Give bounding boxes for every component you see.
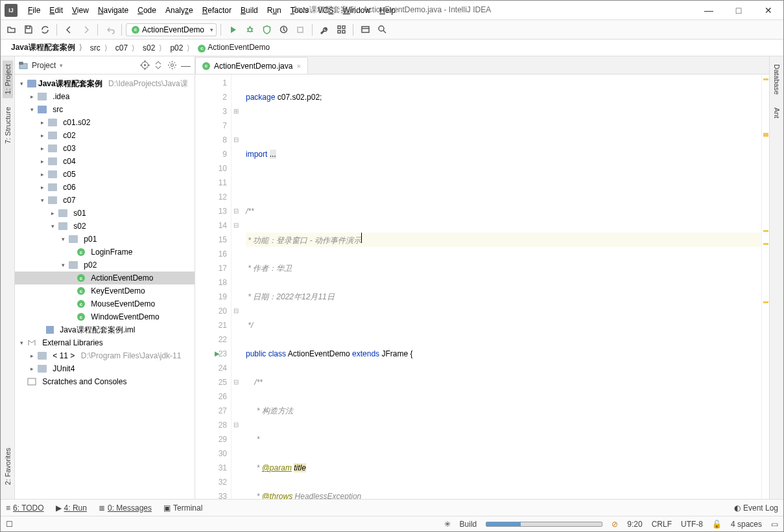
status-readonly-icon[interactable]: 🔓 [712,520,722,529]
project-panel: Project ▾ — ▾ Java课程配套案例 D:\IdeaProjects… [15,56,195,499]
menu-build[interactable]: Build [237,5,262,16]
tool-favorites-tab[interactable]: 2: Favorites [3,444,13,489]
tool-project-tab[interactable]: 1: Project [3,60,13,98]
code-editor[interactable]: 1237891011121314151617181920212223242526… [195,75,769,499]
menu-run[interactable]: Run [263,5,285,16]
svg-rect-3 [338,26,340,29]
debug-icon[interactable] [242,22,257,38]
run-config-selector[interactable]: ActionEventDemo [126,23,217,36]
spinner-icon: ✳ [444,520,451,529]
expand-icon[interactable] [154,60,163,70]
right-tool-gutter: Database Ant [769,56,783,499]
tool-messages[interactable]: ≣ 0: Messages [99,503,152,513]
status-mem-icon[interactable]: ▭ [771,520,778,529]
menu-edit[interactable]: Edit [45,5,67,16]
bc-src[interactable]: src [86,43,112,52]
code-content[interactable]: package c07.s02.p02; import ... /** * 功能… [241,75,761,499]
svg-rect-7 [362,27,369,32]
status-msg-icon[interactable]: ☐ [6,520,13,529]
editor-tab-label: ActionEventDemo.java [214,62,292,71]
tool-terminal[interactable]: ▣ Terminal [163,503,202,513]
tool-run[interactable]: ▶ 4: Run [56,503,87,513]
svg-rect-5 [338,30,340,33]
bottom-tool-bar: ≡ 6: TODO ▶ 4: Run ≣ 0: Messages ▣ Termi… [1,499,783,516]
svg-rect-4 [342,26,345,29]
save-icon[interactable] [20,22,36,38]
main-toolbar: ActionEventDemo [1,20,783,40]
title-bar: IJ File Edit View Navigate Code Analyze … [1,1,783,20]
run-icon[interactable] [225,22,241,38]
stop-icon[interactable] [292,22,308,38]
sync-icon[interactable] [37,22,53,38]
project-icon [19,61,28,70]
gear-icon[interactable] [167,60,177,70]
back-icon[interactable] [61,22,77,38]
svg-rect-10 [19,62,23,64]
class-icon [202,62,210,70]
line-gutter: 1237891011121314151617181920212223242526… [195,75,232,499]
menu-file[interactable]: File [24,5,44,16]
tree-selected-item: ActionEventDemo [15,272,195,284]
hide-icon[interactable]: — [181,60,191,71]
editor-tab-active[interactable]: ActionEventDemo.java × [195,57,308,74]
menu-refactor[interactable]: Refactor [198,5,235,16]
status-caret-pos[interactable]: 9:20 [627,520,642,529]
coverage-icon[interactable] [259,22,274,38]
tool-eventlog[interactable]: ◐ Event Log [734,503,778,513]
bc-root[interactable]: Java课程配套案例 [7,42,86,53]
project-panel-header: Project ▾ — [15,56,195,75]
tool-ant-tab[interactable]: Ant [772,104,782,122]
tool-todo[interactable]: ≡ 6: TODO [6,503,44,513]
breadcrumb: Java课程配套案例 src c07 s02 p02 ActionEventDe… [1,40,783,56]
tool-structure-tab[interactable]: 7: Structure [3,103,13,148]
svg-point-8 [379,26,384,31]
status-bar: ☐ ✳ Build ⊘ 9:20 CRLF UTF-8 🔓 4 spaces ▭ [1,516,783,531]
menu-analyze[interactable]: Analyze [161,5,197,16]
build-progress [486,522,602,527]
maximize-button[interactable]: □ [724,1,754,20]
status-warn-icon[interactable]: ⊘ [612,520,618,529]
class-icon [132,26,139,34]
profile-icon[interactable] [276,22,291,38]
svg-point-12 [145,65,146,66]
error-stripe[interactable] [761,75,769,499]
layout-icon[interactable] [357,22,373,38]
wrench-icon[interactable] [316,22,332,38]
minimize-button[interactable]: — [694,1,724,20]
menu-code[interactable]: Code [134,5,160,16]
tool-database-tab[interactable]: Database [772,60,782,98]
svg-rect-6 [342,30,345,33]
project-panel-title: Project [32,61,56,70]
forward-icon[interactable] [78,22,93,38]
class-icon [198,45,206,52]
status-encoding[interactable]: UTF-8 [681,520,703,529]
bc-s02[interactable]: s02 [139,43,166,52]
menu-view[interactable]: View [68,5,93,16]
editor-tab-bar: ActionEventDemo.java × [195,56,769,75]
undo-dropdown-icon[interactable] [102,22,117,38]
svg-rect-2 [298,27,303,32]
open-icon[interactable] [3,22,19,38]
search-icon[interactable] [374,22,390,38]
bc-file[interactable]: ActionEventDemo [194,43,274,52]
editor-area: ActionEventDemo.java × 12378910111213141… [195,56,769,499]
close-button[interactable]: ✕ [754,1,783,20]
locate-icon[interactable] [140,60,150,70]
svg-rect-14 [28,378,36,385]
status-build: Build [460,520,477,529]
project-tree[interactable]: ▾ Java课程配套案例 D:\IdeaProjects\Java课 ▸ .id… [15,75,195,499]
bc-c07[interactable]: c07 [112,43,139,52]
fold-gutter[interactable]: ⊞⊟⊟⊟⊟⊟⊟ [232,75,241,499]
app-icon: IJ [5,4,18,17]
svg-point-0 [248,28,252,32]
status-indent[interactable]: 4 spaces [731,520,762,529]
close-tab-icon[interactable]: × [296,62,300,70]
status-line-ending[interactable]: CRLF [652,520,672,529]
svg-point-13 [171,64,174,67]
run-config-label: ActionEventDemo [142,25,204,34]
window-title: Java课程配套案例 - ActionEventDemo.java - Inte… [293,5,491,16]
bc-p02[interactable]: p02 [166,43,194,52]
menu-navigate[interactable]: Navigate [94,5,132,16]
structure-icon[interactable] [333,22,349,38]
left-tool-gutter: 1: Project 7: Structure 2: Favorites [1,56,15,499]
